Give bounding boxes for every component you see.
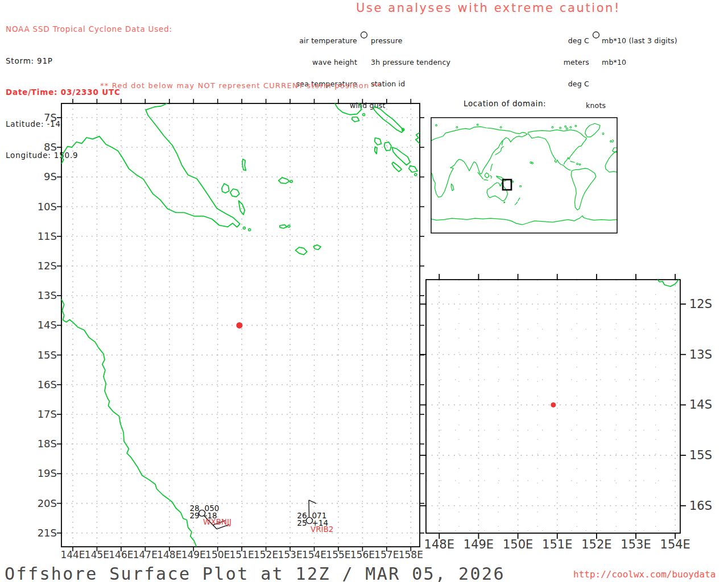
source-url: http://coolwx.com/buoydata [573,569,715,580]
coastline-island [239,201,245,215]
y-tick-label: 13S [38,289,57,301]
x-tick-label: 147E [133,549,158,560]
world-island-speck [477,124,478,126]
world-island-speck [610,140,612,142]
wind-barb [204,516,217,529]
world-island-speck [500,127,502,128]
y-tick-label: 15S [38,349,57,361]
y-tick-label: 20S [38,497,57,509]
world-coastline [491,164,493,171]
world-island-speck [566,128,568,130]
y-tick-label: 12S [38,260,57,272]
zoom-y-tick-label: 14S [689,398,712,411]
world-island-speck [512,181,514,182]
x-tick-label: 150E [205,549,230,560]
y-tick-label: 11S [38,230,57,242]
wind-barb [309,500,316,504]
coastline-island [409,166,417,172]
world-coastline [585,123,600,137]
station-air-temp: 26 [297,511,307,520]
station-pressure: 050 [205,504,220,513]
wind-barb [213,521,225,525]
coastline-island [352,117,359,122]
coastline-santa-isabel [416,132,420,144]
world-coastline [495,147,504,155]
unit-meters: meters [529,59,589,66]
zoom-x-tick-label: 148E [424,538,454,551]
world-island-speck [530,162,532,164]
domain-rectangle [503,180,511,190]
station-plot-legend: air temperaturepressure wave height3h pr… [293,23,450,117]
storm-longitude: Longitude: 150.9 [6,150,172,161]
station-pressure: 071 [312,511,327,520]
world-inset-frame [431,118,617,233]
island-speck [249,228,251,231]
unit-degc-1: deg C [529,38,589,45]
zoom-x-tick-label: 150E [503,538,533,551]
zoom-y-tick-label: 16S [689,499,712,513]
coastline-island [230,189,239,197]
island-speck [243,227,245,229]
x-tick-label: 146E [109,549,133,560]
y-tick-label: 19S [38,467,57,479]
world-island-speck [575,125,577,127]
storm-id: Storm: 91P [6,56,172,66]
zoom-y-tick-label: 12S [689,297,712,311]
legend-wind-gust: wind gust [350,101,386,110]
world-island-speck [436,124,437,126]
world-coastline [528,133,570,170]
world-coastline [497,176,506,181]
plot-title: Offshore Surface Plot at 12Z / MAR 05, 2… [5,564,505,582]
world-coastline [570,161,574,163]
storm-header-source: NOAA SSD Tropical Cyclone Data Used: [6,24,172,35]
world-coastline [451,184,454,190]
world-coastline [478,172,483,179]
coastline-island [375,138,382,146]
world-island-speck [520,185,522,187]
world-island-speck [570,127,572,128]
zoom-coastline-tagula [657,280,679,286]
world-coastline [613,148,617,152]
y-tick-label: 17S [38,408,57,420]
x-tick-label: 157E [374,549,399,560]
y-tick-label: 9S [44,171,57,182]
units-legend: deg Cmb*10 (last 3 digits) metersmb*10 d… [529,23,677,117]
unit-degc-2: deg C [529,81,589,88]
storm-position-dot [236,322,242,329]
world-coastline [431,127,527,197]
station-id: VRIB2 [311,525,333,534]
world-coastline [431,216,617,225]
unit-mb-last3: mb*10 (last 3 digits) [602,36,677,45]
legend-tendency: 3h pressure tendency [371,58,450,66]
x-tick-label: 148E [157,549,181,560]
station-circle [307,517,313,523]
coastline-island [279,177,289,184]
x-tick-label: 145E [85,549,109,560]
world-coastline [485,173,489,178]
station-tendency: -18 [205,511,217,520]
world-coastline [515,202,518,205]
zoom-x-tick-label: 149E [464,538,494,551]
weather-plot-page: { "header": { "line1": "NOAA SSD Tropica… [0,0,728,582]
world-coastline [528,130,587,138]
coastline-island [280,225,287,228]
world-coastline [502,141,503,146]
world-coastline [564,138,586,164]
x-tick-label: 158E [399,549,423,560]
zoom-x-tick-label: 154E [660,538,690,551]
unit-knots: knots [586,101,606,110]
world-island-speck [565,126,566,127]
legend-pressure: pressure [371,36,403,45]
world-island-speck [560,127,561,129]
zoom-x-tick-label: 151E [542,538,572,551]
coastline-island [295,247,307,255]
world-coastline [484,180,488,180]
x-tick-label: 153E [278,549,302,560]
legend-air-temp: air temperature [293,38,357,45]
zoom-x-tick-label: 153E [621,538,651,551]
coastline-island [375,147,377,154]
x-tick-label: 152E [254,549,278,560]
island-speck [290,180,292,182]
station-sea-temp: 29 [189,511,199,520]
wind-barb [217,525,229,529]
